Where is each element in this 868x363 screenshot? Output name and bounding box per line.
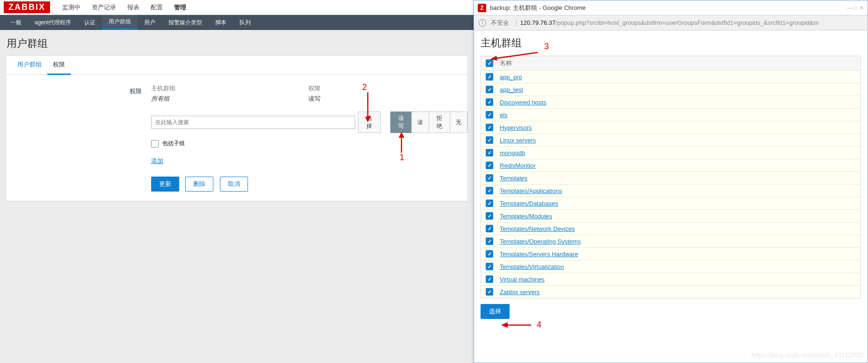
page-area: 用户群组 用户群组权限 权限 主机群组 权限 所有组 读写 [0,30,474,207]
hostgroup-checkbox[interactable] [486,98,493,106]
add-link[interactable]: 添加 [151,157,163,165]
hostgroup-checkbox[interactable] [486,162,493,169]
hostgroup-name-link[interactable]: Templates [500,175,527,182]
hostgroup-name-link[interactable]: Hypervisors [500,124,532,131]
hostgroup-checkbox[interactable] [486,149,493,156]
hostgroup-name-link[interactable]: Discovered hosts [500,99,547,106]
zabbix-main-window: ZABBIX 监测中资产记录报表配置管理 一般agent代理程序认证用户群组用户… [0,0,474,363]
hostgroup-name-link[interactable]: Linux servers [500,137,536,144]
hostgroup-checkbox[interactable] [486,136,493,144]
zabbix-logo[interactable]: ZABBIX [4,1,50,13]
url-path: /popup.php?srctbl=host_groups&dstfrm=use… [555,19,818,26]
top-nav-item[interactable]: 报表 [122,0,145,15]
tabs-row: 用户群组权限 [6,56,467,75]
hostgroup-checkbox[interactable] [486,288,493,296]
zabbix-favicon: Z [478,4,486,12]
update-button[interactable]: 更新 [151,177,179,192]
delete-button[interactable]: 删除 [185,177,213,192]
permission-label: 权限 [6,84,151,96]
hostgroup-checkbox[interactable] [486,212,493,220]
hostgroup-name-link[interactable]: Templates/Applications [500,187,562,194]
hostgroup-name-link[interactable]: mongodb [500,149,525,156]
name-column-header: 名称 [500,59,512,67]
url-separator: | [516,19,517,26]
insecure-label: 不安全 [491,19,509,27]
top-nav-item[interactable]: 监测中 [57,0,86,15]
none-button[interactable]: 无 [450,111,467,133]
hostgroup-checkbox[interactable] [486,263,493,270]
hostgroup-name-link[interactable]: RedisMontior [500,162,536,169]
include-subgroups-checkbox[interactable] [151,140,159,148]
sub-nav-item[interactable]: 报警媒介类型 [162,15,209,30]
hostgroup-name-link[interactable]: Templates/Modules [500,213,552,220]
deny-button[interactable]: 拒绝 [429,111,450,133]
hostgroup-name-link[interactable]: Virtual machines [500,276,545,283]
hostgroup-name-link[interactable]: Templates/Databases [500,200,558,207]
hostgroup-checkbox[interactable] [486,73,493,81]
hostgroup-checkbox[interactable] [486,250,493,258]
chrome-title-bar: Z backup: 主机群组 - Google Chrome — □ ✕ [474,0,868,15]
sub-nav-item[interactable]: 用户群组 [102,15,138,30]
select-all-checkbox[interactable] [486,59,493,67]
hostgroup-name-link[interactable]: app_test [500,86,523,93]
hostgroup-row: Hypervisors [481,121,861,134]
hostgroup-row: Templates/Modules [481,210,861,222]
tab-item[interactable]: 权限 [47,56,71,75]
hostgroup-name-link[interactable]: app_pro [500,74,522,81]
hostgroup-row: Virtual machines [481,273,861,286]
popup-title: 主机群组 [481,36,861,50]
readwrite-button[interactable]: 读写 [390,111,412,133]
select-button[interactable]: 选择 [358,111,381,133]
hostgroup-checkbox[interactable] [486,124,493,131]
confirm-select-button[interactable]: 选择 [481,304,510,319]
read-button[interactable]: 读 [411,111,429,133]
all-groups-value: 所有组 [151,95,308,103]
hostgroup-checkbox[interactable] [486,237,493,245]
hostgroup-name-link[interactable]: Templates/Operating Systems [500,238,581,245]
hostgroup-name-link[interactable]: Zabbix servers [500,289,540,296]
tab-item[interactable]: 用户群组 [12,56,47,74]
top-nav-item[interactable]: 配置 [145,0,168,15]
hostgroup-checkbox[interactable] [486,275,493,283]
hostgroup-row: Templates/Databases [481,197,861,210]
hostgroup-name-link[interactable]: Templates/Servers Hardware [500,251,578,258]
permission-button-group: 读写 读 拒绝 无 [390,111,467,133]
hostgroup-row: Templates/Servers Hardware [481,248,861,260]
hostgroup-name-link[interactable]: els [500,111,508,119]
hostgroup-row: app_pro [481,71,861,83]
sub-nav-item[interactable]: agent代理程序 [28,15,78,30]
window-controls[interactable]: — □ ✕ [847,5,864,11]
top-nav-item[interactable]: 管理 [168,0,192,15]
hostgroup-row: Templates/Network Devices [481,222,861,235]
hostgroup-list: 名称 app_proapp_testDiscovered hostselsHyp… [481,56,861,298]
hostgroup-name-link[interactable]: Templates/Virtualization [500,263,564,270]
chrome-window-title: backup: 主机群组 - Google Chrome [490,4,585,12]
popup-content: 主机群组 名称 app_proapp_testDiscovered hostse… [474,30,868,325]
cancel-button[interactable]: 取消 [220,177,248,192]
hostgroup-checkbox[interactable] [486,111,493,119]
hostgroup-checkbox[interactable] [486,200,493,207]
hostgroup-row: RedisMontior [481,159,861,172]
sub-nav-item[interactable]: 用户 [138,15,162,30]
sub-nav-item[interactable]: 队列 [233,15,257,30]
sub-nav-item[interactable]: 脚本 [209,15,233,30]
sub-nav-item[interactable]: 一般 [4,15,28,30]
hostgroup-name-link[interactable]: Templates/Network Devices [500,225,575,232]
search-input[interactable] [151,116,355,129]
url-bar[interactable]: i 不安全 | 120.79.76.37/popup.php?srctbl=ho… [474,15,868,30]
permission-column-header: 权限 [308,84,321,93]
hostgroup-row: Linux servers [481,134,861,147]
sub-nav-item[interactable]: 认证 [78,15,102,30]
hostgroup-checkbox[interactable] [486,225,493,232]
page-title: 用户群组 [7,37,468,51]
hostgroup-checkbox[interactable] [486,174,493,182]
hostgroup-row: els [481,109,861,121]
hostgroup-row: Templates [481,172,861,185]
hostgroup-row: Templates/Operating Systems [481,235,861,248]
hostgroup-row: Zabbix servers [481,286,861,298]
hostgroup-checkbox[interactable] [486,86,493,93]
top-nav-item[interactable]: 资产记录 [86,0,122,15]
hostgroup-checkbox[interactable] [486,187,493,194]
hostgroup-row: Templates/Virtualization [481,260,861,273]
info-icon[interactable]: i [479,19,486,27]
